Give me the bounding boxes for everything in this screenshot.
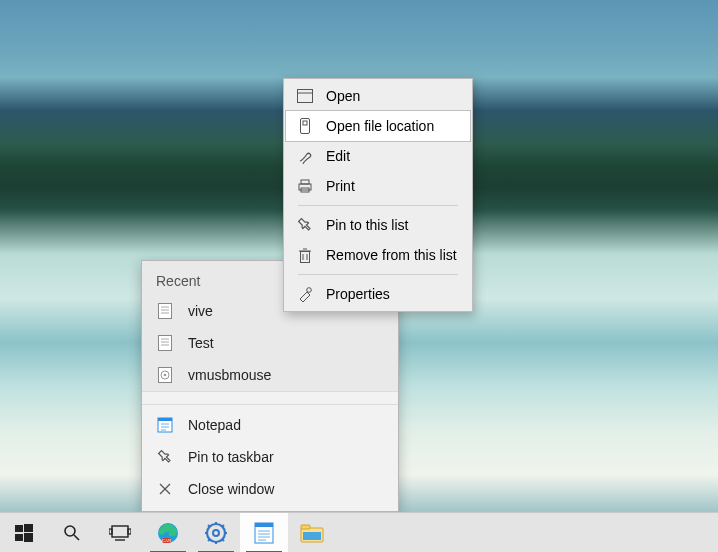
- svg-rect-38: [109, 529, 112, 534]
- gear-icon: [205, 522, 227, 544]
- svg-rect-23: [301, 180, 309, 184]
- ctx-open-file-location[interactable]: Open file location: [285, 110, 471, 142]
- ctx-item-label: Properties: [326, 286, 390, 302]
- jumplist-item-label: vmusbmouse: [188, 367, 271, 383]
- svg-rect-37: [112, 526, 128, 537]
- svg-rect-39: [128, 529, 131, 534]
- folder-target-icon: [296, 118, 314, 134]
- jumplist-pin-label: Pin to taskbar: [188, 449, 274, 465]
- notepad-icon: [156, 417, 174, 433]
- edit-icon: [296, 148, 314, 164]
- jumplist-app-label: Notepad: [188, 417, 241, 433]
- search-icon: [63, 524, 81, 542]
- settings-button[interactable]: [192, 513, 240, 552]
- text-file-icon: [156, 303, 174, 319]
- ctx-separator: [298, 205, 458, 206]
- pin-icon: [156, 449, 174, 465]
- svg-rect-62: [303, 532, 321, 540]
- svg-rect-31: [15, 525, 23, 532]
- file-explorer-icon: [300, 523, 324, 543]
- jumplist-item-label: vive: [188, 303, 213, 319]
- notepad-button[interactable]: [240, 513, 288, 552]
- svg-rect-32: [24, 524, 33, 532]
- pin-icon: [296, 217, 314, 233]
- jumplist-close-label: Close window: [188, 481, 274, 497]
- svg-line-36: [74, 535, 79, 540]
- close-icon: [156, 482, 174, 496]
- desktop: Recent vive Test vmusbmouse: [0, 0, 718, 552]
- windows-icon: [15, 524, 33, 542]
- properties-icon: [296, 286, 314, 302]
- task-view-button[interactable]: [96, 513, 144, 552]
- search-button[interactable]: [48, 513, 96, 552]
- taskbar: CAN: [0, 512, 718, 552]
- jumplist-close-item[interactable]: Close window: [142, 473, 398, 505]
- svg-rect-61: [301, 525, 310, 529]
- ctx-item-label: Pin to this list: [326, 217, 408, 233]
- ctx-print[interactable]: Print: [286, 171, 470, 201]
- svg-rect-0: [159, 304, 172, 319]
- ctx-separator: [298, 274, 458, 275]
- ctx-item-label: Print: [326, 178, 355, 194]
- svg-rect-21: [303, 121, 307, 125]
- svg-rect-34: [24, 533, 33, 542]
- svg-point-10: [164, 374, 167, 377]
- jumplist-item-label: Test: [188, 335, 214, 351]
- svg-line-50: [208, 525, 210, 527]
- svg-rect-25: [301, 252, 310, 263]
- start-button[interactable]: [0, 513, 48, 552]
- ctx-remove-from-list[interactable]: Remove from this list: [286, 240, 470, 270]
- ctx-edit[interactable]: Edit: [286, 141, 470, 171]
- print-icon: [296, 178, 314, 194]
- task-view-icon: [109, 524, 131, 542]
- ctx-item-label: Edit: [326, 148, 350, 164]
- text-file-icon: [156, 335, 174, 351]
- explorer-button[interactable]: [288, 513, 336, 552]
- svg-line-51: [222, 539, 224, 541]
- svg-point-30: [307, 288, 312, 293]
- svg-rect-4: [159, 336, 172, 351]
- window-icon: [296, 89, 314, 103]
- context-menu: Open Open file location Edit Print: [283, 78, 473, 312]
- jumplist-recent-item[interactable]: vmusbmouse: [142, 359, 398, 391]
- svg-rect-55: [255, 523, 273, 527]
- svg-point-45: [213, 530, 219, 536]
- ctx-item-label: Open file location: [326, 118, 434, 134]
- ctx-properties[interactable]: Properties: [286, 279, 470, 309]
- svg-line-53: [208, 539, 210, 541]
- notepad-icon: [254, 522, 274, 544]
- edge-button[interactable]: CAN: [144, 513, 192, 552]
- ctx-pin-to-list[interactable]: Pin to this list: [286, 210, 470, 240]
- trash-icon: [296, 247, 314, 263]
- ctx-open[interactable]: Open: [286, 81, 470, 111]
- svg-text:CAN: CAN: [162, 538, 172, 543]
- edge-icon: CAN: [157, 522, 179, 544]
- jumplist-pin-item[interactable]: Pin to taskbar: [142, 441, 398, 473]
- svg-rect-33: [15, 534, 23, 541]
- ctx-item-label: Open: [326, 88, 360, 104]
- svg-rect-12: [158, 418, 172, 421]
- jumplist-app-item[interactable]: Notepad: [142, 409, 398, 441]
- ctx-item-label: Remove from this list: [326, 247, 457, 263]
- svg-line-52: [222, 525, 224, 527]
- jumplist-divider: [142, 391, 398, 405]
- svg-point-35: [65, 526, 75, 536]
- svg-rect-18: [298, 90, 313, 103]
- inf-file-icon: [156, 367, 174, 383]
- jumplist-recent-item[interactable]: Test: [142, 327, 398, 359]
